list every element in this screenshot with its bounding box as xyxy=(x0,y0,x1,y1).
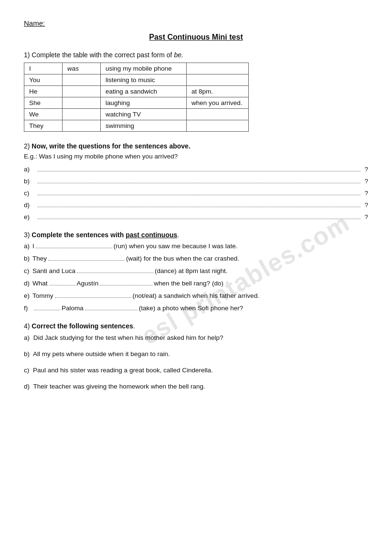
conjugation-table: I was using my mobile phone You listenin… xyxy=(24,63,249,132)
blank-3a[interactable] xyxy=(36,242,112,248)
section-3: 3) Complete the sentences with past cont… xyxy=(24,231,368,312)
correct-line-c: c) Paul and his sister was reading a gre… xyxy=(24,365,368,376)
qmark-b: ? xyxy=(364,178,368,185)
section-1-title: 1) Complete the table with the correct p… xyxy=(24,51,368,59)
fill-label-c: c) xyxy=(24,190,34,197)
label-3b: b) xyxy=(24,255,31,262)
sentence-3b: b) They (wait) for the bus when the car … xyxy=(24,254,368,262)
table-row: They swimming xyxy=(24,120,249,132)
section-2-example: E.g.: Was I using my mobile phone when y… xyxy=(24,153,368,160)
verb-cell xyxy=(63,120,101,132)
blank-3f1[interactable] xyxy=(34,304,60,310)
subject-cell: We xyxy=(24,109,63,120)
subject-cell: I xyxy=(24,63,63,74)
fill-label-b: b) xyxy=(24,178,34,185)
dots-e xyxy=(37,219,360,219)
context-cell xyxy=(187,63,249,74)
table-row: She laughing when you arrived. xyxy=(24,97,249,109)
dots-a xyxy=(37,171,360,171)
section-1-instruction-text: Complete the table with the correct past… xyxy=(32,51,172,59)
context-cell: at 8pm. xyxy=(187,86,249,97)
correct-line-a: a) Did Jack studying for the test when h… xyxy=(24,333,368,344)
table-row: I was using my mobile phone xyxy=(24,63,249,74)
subject-cell: She xyxy=(24,97,63,109)
subject-cell: You xyxy=(24,74,63,86)
context-cell xyxy=(187,74,249,86)
activity-cell: swimming xyxy=(101,120,187,132)
fill-label-a: a) xyxy=(24,166,34,173)
label-3e: e) xyxy=(24,292,31,299)
context-cell xyxy=(187,120,249,132)
label-3a: a) xyxy=(24,242,31,250)
label-3f: f) xyxy=(24,305,31,312)
qmark-c: ? xyxy=(364,190,368,197)
section-2-title: 2) Now, write the questions for the sent… xyxy=(24,142,368,150)
correct-text-d: Their teacher was giveing the homework w… xyxy=(33,383,205,390)
qmark-d: ? xyxy=(364,201,368,209)
text-3e: Tommy (not/eat) a sandwich when his fath… xyxy=(32,291,368,299)
activity-cell: listening to music xyxy=(101,74,187,86)
section-4-label: 4) xyxy=(24,322,30,330)
fill-line-d: d) ? xyxy=(24,201,368,209)
subject-cell: They xyxy=(24,120,63,132)
qmark-a: ? xyxy=(364,166,368,173)
correct-text-c: Paul and his sister was reading a great … xyxy=(33,367,213,374)
blank-3b[interactable] xyxy=(48,254,125,261)
text-3d: What Agustín when the bell rang? (do) xyxy=(32,279,368,287)
fill-line-a: a) ? xyxy=(24,166,368,173)
fill-line-b: b) ? xyxy=(24,178,368,185)
verb-cell xyxy=(63,74,101,86)
dots-b xyxy=(37,183,360,183)
activity-cell: laughing xyxy=(101,97,187,109)
sentence-3c: c) Santi and Luca (dance) at 8pm last ni… xyxy=(24,266,368,274)
text-3f: Paloma (take) a photo when Sofi phone he… xyxy=(32,304,368,312)
correct-label-b: b) xyxy=(24,350,30,358)
table-row: You listening to music xyxy=(24,74,249,86)
section-1-be: be. xyxy=(174,51,183,59)
section-4-title: 4) Correct the following sentences. xyxy=(24,322,368,330)
activity-cell: using my mobile phone xyxy=(101,63,187,74)
verb-cell xyxy=(63,97,101,109)
correct-line-b: b) All my pets where outside when it beg… xyxy=(24,349,368,360)
section-2-instruction: Now, write the questions for the sentenc… xyxy=(32,142,190,150)
section-3-label: 3) xyxy=(24,231,30,239)
sentence-3e: e) Tommy (not/eat) a sandwich when his f… xyxy=(24,291,368,299)
blank-3e[interactable] xyxy=(55,291,131,298)
activity-cell: watching TV xyxy=(101,109,187,120)
verb-cell: was xyxy=(63,63,101,74)
section-3-title: 3) Complete the sentences with past cont… xyxy=(24,231,368,239)
text-3a: I (run) when you saw me because I was la… xyxy=(32,242,368,250)
correct-label-a: a) xyxy=(24,334,30,341)
section-2: 2) Now, write the questions for the sent… xyxy=(24,142,368,221)
verb-cell xyxy=(63,86,101,97)
text-3b: They (wait) for the bus when the car cra… xyxy=(32,254,368,262)
qmark-e: ? xyxy=(364,213,368,221)
table-row: He eating a sandwich at 8pm. xyxy=(24,86,249,97)
section-3-instruction-bold: Complete the sentences with past continu… xyxy=(32,231,177,239)
label-3d: d) xyxy=(24,280,31,287)
context-cell: when you arrived. xyxy=(187,97,249,109)
blank-3c[interactable] xyxy=(77,266,153,273)
context-cell xyxy=(187,109,249,120)
label-3c: c) xyxy=(24,267,31,274)
blank-3f2[interactable] xyxy=(85,304,138,310)
sentence-3f: f) Paloma (take) a photo when Sofi phone… xyxy=(24,304,368,312)
text-3c: Santi and Luca (dance) at 8pm last night… xyxy=(32,266,368,274)
blank-3d1[interactable] xyxy=(49,279,75,285)
page-title: Past Continuous Mini test xyxy=(24,33,368,42)
correct-text-a: Did Jack studying for the test when his … xyxy=(33,334,223,341)
fill-line-e: e) ? xyxy=(24,213,368,221)
fill-label-e: e) xyxy=(24,213,34,221)
correct-line-d: d) Their teacher was giveing the homewor… xyxy=(24,381,368,392)
sentence-3d: d) What Agustín when the bell rang? (do) xyxy=(24,279,368,287)
blank-3d2[interactable] xyxy=(100,279,152,285)
subject-cell: He xyxy=(24,86,63,97)
sentence-3a: a) I (run) when you saw me because I was… xyxy=(24,242,368,250)
table-row: We watching TV xyxy=(24,109,249,120)
section-4-instruction: Correct the following sentences xyxy=(32,322,133,330)
section-4: 4) Correct the following sentences. a) D… xyxy=(24,322,368,392)
activity-cell: eating a sandwich xyxy=(101,86,187,97)
dots-c xyxy=(37,195,360,195)
correct-label-d: d) xyxy=(24,383,30,390)
verb-cell xyxy=(63,109,101,120)
